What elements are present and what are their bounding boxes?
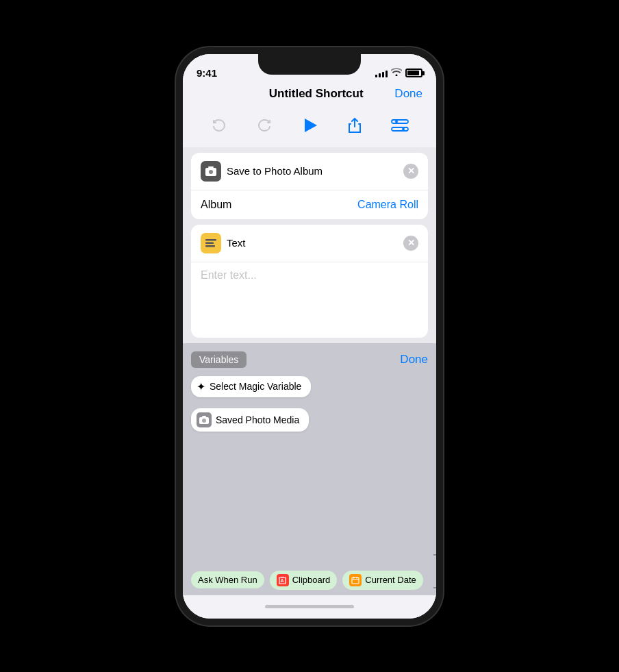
ask-when-run-label: Ask When Run <box>198 575 257 585</box>
select-magic-variable-pill[interactable]: ✦ Select Magic Variable <box>191 376 311 397</box>
play-icon <box>305 119 317 132</box>
redo-button[interactable] <box>249 110 279 140</box>
svg-rect-1 <box>392 127 408 131</box>
text-card-close-button[interactable]: ✕ <box>403 236 418 251</box>
text-card: Text ✕ Enter text... <box>191 225 428 338</box>
variables-label-button[interactable]: Variables <box>191 351 247 368</box>
settings-button[interactable] <box>385 110 415 140</box>
album-label: Album <box>201 199 231 211</box>
nav-done-button[interactable]: Done <box>394 87 422 101</box>
svg-rect-9 <box>205 245 215 247</box>
svg-rect-18 <box>352 579 359 580</box>
magic-variable-label: Select Magic Variable <box>210 381 301 392</box>
svg-rect-7 <box>205 239 216 241</box>
home-indicator <box>183 595 436 619</box>
status-icons <box>375 68 422 78</box>
svg-point-5 <box>209 170 213 174</box>
variables-section: Variables Done ✦ Select Magic Variable <box>183 343 436 565</box>
svg-rect-6 <box>208 166 214 168</box>
svg-rect-0 <box>392 120 408 123</box>
svg-rect-12 <box>202 416 206 417</box>
clipboard-icon: A <box>277 574 289 586</box>
svg-point-3 <box>402 127 405 130</box>
signal-icon <box>375 69 388 77</box>
current-date-icon <box>349 574 362 586</box>
saved-photo-media-pill[interactable]: Saved Photo Media <box>191 408 309 432</box>
clipboard-pill[interactable]: A Clipboard <box>270 571 338 590</box>
text-placeholder: Enter text... <box>201 269 257 281</box>
variables-header: Variables Done <box>191 351 428 368</box>
bottom-pills-bar: Ask When Run A Clipboard <box>183 565 436 595</box>
svg-rect-8 <box>205 242 214 244</box>
actions-area: Save to Photo Album ✕ Album Camera Roll <box>183 147 436 343</box>
svg-text:A: A <box>281 578 284 583</box>
home-bar <box>265 605 354 608</box>
text-icon <box>201 233 221 253</box>
nav-bar: Untitled Shortcut Done <box>183 84 436 106</box>
variables-done-button[interactable]: Done <box>400 353 428 366</box>
save-photo-album-card: Save to Photo Album ✕ Album Camera Roll <box>191 153 428 219</box>
text-input-area[interactable]: Enter text... <box>191 262 428 338</box>
ask-when-run-pill[interactable]: Ask When Run <box>191 571 264 588</box>
text-card-title: Text <box>227 237 246 249</box>
save-card-header: Save to Photo Album ✕ <box>191 153 428 190</box>
album-row[interactable]: Album Camera Roll <box>191 190 428 219</box>
toolbar <box>183 106 436 147</box>
notch <box>258 54 361 75</box>
svg-point-2 <box>395 120 398 123</box>
main-area: Save to Photo Album ✕ Album Camera Roll <box>183 147 436 565</box>
album-value: Camera Roll <box>357 199 418 211</box>
status-time: 9:41 <box>197 67 217 79</box>
saved-photo-icon <box>197 412 212 427</box>
save-card-close-button[interactable]: ✕ <box>403 164 418 179</box>
svg-rect-16 <box>353 577 355 579</box>
phone-content: 9:41 <box>183 54 436 619</box>
share-button[interactable] <box>340 110 370 140</box>
svg-rect-17 <box>357 577 358 579</box>
saved-photo-label: Saved Photo Media <box>216 414 299 425</box>
magic-wand-icon: ✦ <box>197 380 205 393</box>
wifi-icon <box>391 68 402 78</box>
nav-title: Untitled Shortcut <box>269 87 364 101</box>
bracket-indicator <box>433 547 436 595</box>
current-date-pill[interactable]: Current Date <box>342 571 422 590</box>
text-card-header: Text ✕ <box>191 225 428 262</box>
svg-rect-15 <box>352 577 359 584</box>
current-date-label: Current Date <box>365 575 416 585</box>
play-button[interactable] <box>294 110 325 140</box>
save-card-title: Save to Photo Album <box>227 165 323 177</box>
svg-point-11 <box>202 419 206 423</box>
photo-album-icon <box>201 161 221 182</box>
clipboard-label: Clipboard <box>292 575 331 585</box>
battery-icon <box>405 69 422 77</box>
undo-button[interactable] <box>204 110 234 140</box>
phone-frame: 9:41 <box>176 47 443 625</box>
